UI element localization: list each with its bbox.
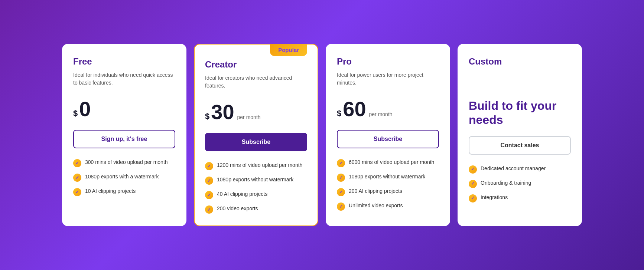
check-icon-creator-2 [205,191,213,199]
plan-description-pro: Ideal for power users for more project m… [337,71,439,90]
check-icon-free-0 [73,159,81,167]
feature-text-pro-3: Unlimited video exports [349,202,403,210]
feature-item-creator-1: 1080p exports without watermark [205,176,307,185]
price-period-creator: per month [237,114,261,120]
pricing-container: FreeIdeal for individuals who need quick… [62,44,582,226]
features-list-free: 300 mins of video upload per month 1080p… [73,159,175,196]
feature-text-free-1: 1080p exports with a watermark [85,173,159,181]
check-icon-creator-1 [205,177,213,185]
price-row-pro: $ 60 per month [337,99,439,121]
feature-text-pro-0: 6000 mins of video upload per month [349,159,434,166]
feature-text-creator-3: 200 video exports [217,205,258,213]
check-icon-creator-0 [205,162,213,170]
check-icon-free-1 [73,174,81,182]
feature-item-free-2: 10 AI clipping projects [73,188,175,196]
price-row-free: $ 0 [73,99,175,121]
feature-item-pro-1: 1080p exports without watermark [337,173,439,182]
features-list-pro: 6000 mins of video upload per month 1080… [337,159,439,211]
pricing-card-creator: PopularCreatorIdeal for creators who nee… [194,44,318,226]
check-icon-custom-2 [469,194,477,202]
check-icon-custom-0 [469,165,477,174]
plan-description-custom [469,71,571,90]
plan-name-custom: Custom [469,56,571,67]
popular-badge: Popular [270,44,307,56]
feature-item-custom-2: Integrations [469,194,571,202]
custom-headline-custom: Build to fit your needs [469,99,571,127]
price-period-pro: per month [369,111,393,117]
feature-text-pro-1: 1080p exports without watermark [349,173,425,181]
check-icon-pro-0 [337,159,345,167]
plan-name-free: Free [73,56,175,67]
check-icon-pro-2 [337,188,345,196]
price-dollar-pro: $ [337,109,341,118]
feature-text-creator-2: 40 AI clipping projects [217,191,267,198]
plan-name-creator: Creator [205,59,307,70]
feature-item-pro-2: 200 AI clipping projects [337,188,439,196]
feature-item-free-0: 300 mins of video upload per month [73,159,175,167]
price-row-creator: $ 30 per month [205,102,307,124]
feature-text-creator-0: 1200 mins of video upload per month [217,162,302,169]
pricing-card-custom: Custom Build to fit your needs Contact s… [458,44,582,226]
pricing-card-free: FreeIdeal for individuals who need quick… [62,44,186,226]
feature-item-creator-0: 1200 mins of video upload per month [205,162,307,170]
check-icon-pro-3 [337,202,345,211]
check-icon-creator-3 [205,205,213,214]
price-amount-creator: 30 [211,102,234,122]
pricing-card-pro: ProIdeal for power users for more projec… [326,44,450,226]
check-icon-pro-1 [337,174,345,182]
feature-item-pro-0: 6000 mins of video upload per month [337,159,439,167]
feature-item-free-1: 1080p exports with a watermark [73,173,175,182]
features-list-creator: 1200 mins of video upload per month 1080… [205,162,307,214]
feature-text-free-2: 10 AI clipping projects [85,188,136,195]
price-amount-free: 0 [79,99,91,119]
feature-text-custom-2: Integrations [481,194,508,201]
plan-description-free: Ideal for individuals who need quick acc… [73,71,175,90]
feature-item-creator-3: 200 video exports [205,205,307,214]
feature-text-creator-1: 1080p exports without watermark [217,176,293,184]
feature-text-free-0: 300 mins of video upload per month [85,159,168,166]
cta-button-creator[interactable]: Subscribe [205,133,307,151]
cta-button-free[interactable]: Sign up, it's free [73,130,175,148]
plan-name-pro: Pro [337,56,439,67]
feature-item-custom-1: Onboarding & training [469,180,571,188]
cta-button-pro[interactable]: Subscribe [337,130,439,148]
features-list-custom: Dedicated account manager Onboarding & t… [469,165,571,202]
feature-item-pro-3: Unlimited video exports [337,202,439,211]
feature-item-custom-0: Dedicated account manager [469,165,571,174]
plan-description-creator: Ideal for creators who need advanced fea… [205,74,307,93]
check-icon-custom-1 [469,180,477,188]
feature-text-custom-1: Onboarding & training [481,180,531,187]
cta-button-custom[interactable]: Contact sales [469,136,571,155]
price-dollar-free: $ [73,109,78,118]
price-amount-pro: 60 [343,99,366,119]
feature-text-pro-2: 200 AI clipping projects [349,188,402,195]
feature-text-custom-0: Dedicated account manager [481,165,546,172]
check-icon-free-2 [73,188,81,196]
price-dollar-creator: $ [205,112,209,121]
feature-item-creator-2: 40 AI clipping projects [205,191,307,199]
